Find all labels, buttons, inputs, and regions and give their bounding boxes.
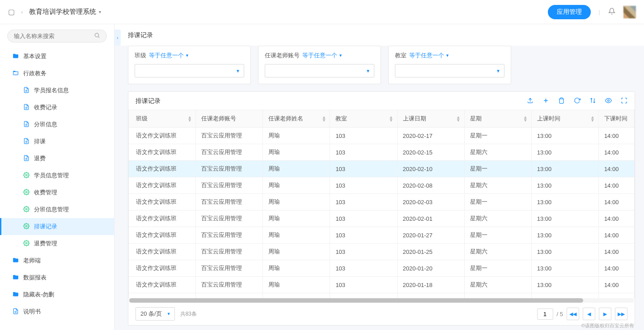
add-icon[interactable] xyxy=(542,97,549,105)
copyright: ©该图版权归百宝云所有 xyxy=(581,322,634,329)
table-cell: 周瑜 xyxy=(263,260,330,277)
column-header[interactable]: 上课日期▲▼ xyxy=(397,110,464,128)
table-row[interactable]: 语文作文训练班百宝云应用管理周瑜1032020-02-08星期六13:0014:… xyxy=(129,177,635,194)
table-cell: 14:00 xyxy=(598,128,634,144)
sort-icon[interactable]: ▲▼ xyxy=(523,116,528,122)
table-cell: 2020-02-08 xyxy=(397,177,464,194)
table-row[interactable]: 语文作文训练班百宝云应用管理周瑜1032020-01-20星期一13:0014:… xyxy=(129,260,635,277)
bell-icon[interactable] xyxy=(608,8,615,17)
table-cell: 星期一 xyxy=(464,260,531,277)
table-cell: 百宝云应用管理 xyxy=(196,161,263,177)
search-input-wrap[interactable] xyxy=(7,30,107,43)
column-header[interactable]: 任课老师账号 xyxy=(196,110,263,128)
filter-value-dropdown[interactable]: ▼ xyxy=(395,64,504,77)
sidebar-item[interactable]: 学员信息管理 xyxy=(0,167,114,184)
sidebar-item[interactable]: 数据报表 xyxy=(0,269,114,286)
fullscreen-icon[interactable] xyxy=(621,97,627,105)
column-header[interactable]: 上课时间▲▼ xyxy=(531,110,598,128)
sidebar-item[interactable]: 退费管理 xyxy=(0,235,114,252)
table-cell: 语文作文训练班 xyxy=(129,194,196,210)
page-size-select[interactable]: 20 条/页 ▼ xyxy=(136,307,175,321)
table-cell: 星期六 xyxy=(464,277,531,293)
filter-label: 任课老师账号 xyxy=(265,51,300,60)
table-row[interactable]: 语文作文训练班百宝云应用管理周瑜1032020-02-17星期一13:0014:… xyxy=(129,128,635,144)
sidebar-item[interactable]: 隐藏表-勿删 xyxy=(0,286,114,303)
column-header[interactable]: 星期▲▼ xyxy=(464,110,531,128)
main-content: ‹ 排课记录 班级 等于任意一个 ▼ ▼ 任课老师账号 等于任意一个 ▼ ▼ 教… xyxy=(114,24,644,330)
page-input[interactable] xyxy=(537,309,553,320)
table-cell: 百宝云应用管理 xyxy=(196,210,263,227)
data-table: 班级▲▼任课老师账号任课老师姓名▲▼教室▲▼上课日期▲▼星期▲▼上课时间▲▼下课… xyxy=(128,110,635,298)
table-cell: 周瑜 xyxy=(263,210,330,227)
refresh-icon[interactable] xyxy=(574,97,580,105)
table-cell: 语文作文训练班 xyxy=(129,177,196,194)
table-row[interactable]: 语文作文训练班百宝云应用管理周瑜1032020-01-13星期一13:0014:… xyxy=(129,293,635,299)
sort-icon[interactable] xyxy=(589,97,596,105)
table-cell: 语文作文训练班 xyxy=(129,244,196,260)
sidebar-item[interactable]: 分班信息 xyxy=(0,116,114,133)
sidebar-item[interactable]: 行政教务 xyxy=(0,65,114,82)
sidebar-item[interactable]: 老师端 xyxy=(0,252,114,269)
view-icon[interactable] xyxy=(605,97,612,105)
page-size-label: 20 条/页 xyxy=(140,310,162,317)
avatar[interactable] xyxy=(623,6,636,18)
nav-list: 基本设置行政教务学员报名信息收费记录分班信息排课退费学员信息管理收费管理分班信息… xyxy=(0,48,114,330)
table-row[interactable]: 语文作文训练班百宝云应用管理周瑜1032020-02-03星期一13:0014:… xyxy=(129,194,635,210)
app-title-dropdown[interactable]: 教育培训学校管理系统 ▾ xyxy=(29,8,101,16)
table-row[interactable]: 语文作文训练班百宝云应用管理周瑜1032020-01-25星期六13:0014:… xyxy=(129,244,635,260)
table-row[interactable]: 语文作文训练班百宝云应用管理周瑜1032020-01-18星期六13:0014:… xyxy=(129,277,635,293)
app-manage-button[interactable]: 应用管理 xyxy=(548,5,591,19)
filter-value-dropdown[interactable]: ▼ xyxy=(135,64,244,77)
column-header[interactable]: 任课老师姓名▲▼ xyxy=(263,110,330,128)
filter-value-dropdown[interactable]: ▼ xyxy=(265,64,374,77)
table-row[interactable]: 语文作文训练班百宝云应用管理周瑜1032020-02-10星期一13:0014:… xyxy=(129,161,635,177)
table-row[interactable]: 语文作文训练班百宝云应用管理周瑜1032020-01-27星期一13:0014:… xyxy=(129,227,635,244)
filter-condition-dropdown[interactable]: 等于任意一个 ▼ xyxy=(409,51,449,60)
sidebar-item[interactable]: 学员报名信息 xyxy=(0,82,114,99)
sidebar-item[interactable]: 基本设置 xyxy=(0,48,114,65)
caret-down-icon: ▼ xyxy=(366,69,370,73)
table-row[interactable]: 语文作文训练班百宝云应用管理周瑜1032020-02-15星期六13:0014:… xyxy=(129,144,635,161)
sort-icon[interactable]: ▲▼ xyxy=(389,116,394,122)
sidebar-item-label: 基本设置 xyxy=(23,52,47,60)
table-cell: 星期六 xyxy=(464,144,531,161)
column-header[interactable]: 下课时间 xyxy=(598,110,634,128)
sidebar-item[interactable]: 排课记录 xyxy=(0,218,114,235)
prev-page-button[interactable]: ◀ xyxy=(583,308,595,320)
sidebar-item[interactable]: 说明书 xyxy=(0,303,114,320)
table-cell: 语文作文训练班 xyxy=(129,293,196,299)
sidebar-item[interactable]: 分班信息管理 xyxy=(0,201,114,218)
table-cell: 14:00 xyxy=(598,227,634,244)
sidebar-item[interactable]: 排课 xyxy=(0,133,114,150)
caret-down-icon: ▾ xyxy=(99,9,101,14)
table-cell: 百宝云应用管理 xyxy=(196,194,263,210)
column-header[interactable]: 教室▲▼ xyxy=(330,110,397,128)
sort-icon[interactable]: ▲▼ xyxy=(322,116,326,122)
export-icon[interactable] xyxy=(527,97,534,105)
sidebar-collapse-button[interactable]: ‹ xyxy=(114,30,121,46)
sort-icon[interactable]: ▲▼ xyxy=(187,116,192,122)
table-cell: 103 xyxy=(330,260,397,277)
last-page-button[interactable]: ▶▶ xyxy=(615,308,627,320)
sidebar-item[interactable]: 收费记录 xyxy=(0,99,114,116)
sidebar-item-label: 退费 xyxy=(34,154,46,163)
table-cell: 103 xyxy=(330,128,397,144)
sidebar-item-label: 退费管理 xyxy=(34,240,57,248)
horizontal-scrollbar[interactable] xyxy=(129,298,634,303)
caret-down-icon: ▼ xyxy=(445,53,449,58)
delete-icon[interactable] xyxy=(558,97,565,105)
column-header[interactable]: 班级▲▼ xyxy=(129,110,196,128)
sidebar-item[interactable]: 退费 xyxy=(0,150,114,167)
filter-condition-dropdown[interactable]: 等于任意一个 ▼ xyxy=(302,51,343,60)
table-cell: 语文作文训练班 xyxy=(129,227,196,244)
filter-condition-dropdown[interactable]: 等于任意一个 ▼ xyxy=(149,51,189,60)
sidebar-item[interactable]: 收费管理 xyxy=(0,184,114,201)
search-input[interactable] xyxy=(14,33,94,39)
sort-icon[interactable]: ▲▼ xyxy=(590,116,595,122)
caret-down-icon: ▼ xyxy=(236,69,240,73)
table-row[interactable]: 语文作文训练班百宝云应用管理周瑜1032020-02-01星期六13:0014:… xyxy=(129,210,635,227)
first-page-button[interactable]: ◀◀ xyxy=(567,308,579,320)
sort-icon[interactable]: ▲▼ xyxy=(456,116,461,122)
chevron-right-icon: › xyxy=(21,9,23,15)
next-page-button[interactable]: ▶ xyxy=(599,308,611,320)
